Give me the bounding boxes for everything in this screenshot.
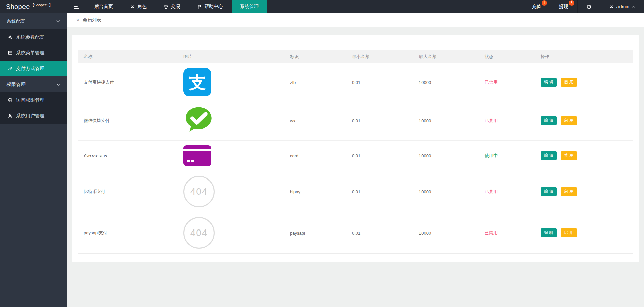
flag-icon [197, 4, 202, 9]
column-header-6: 状态 [479, 54, 535, 60]
shield-icon [8, 98, 13, 103]
payment-name: 支付宝快捷支付 [78, 79, 178, 85]
column-header-3: 标识 [285, 54, 347, 60]
toggle-status-button[interactable]: 启用 [561, 78, 577, 87]
sidebar-item-payment-methods[interactable]: 支付方式管理 [0, 61, 67, 76]
sidebar-item-system-menus[interactable]: 系统菜单管理 [0, 45, 67, 61]
top-nav-item-help-center[interactable]: 帮助中心 [189, 0, 232, 13]
table-body: 支付宝快捷支付 支 zfb 0.01 10000 已禁用 编辑 启用 微信快捷支… [78, 63, 633, 253]
alipay-icon: 支 [183, 68, 211, 96]
payment-code: bipay [285, 189, 347, 194]
payment-actions: 编辑 启用 [535, 116, 633, 125]
payment-max-amount: 10000 [413, 189, 479, 194]
payment-actions: 编辑 启用 [535, 187, 633, 196]
payment-name: 微信快捷支付 [78, 118, 178, 124]
window-icon [8, 50, 13, 55]
withdraw-label: 提现 [559, 4, 568, 10]
person-icon [8, 113, 13, 118]
table-row: 微信快捷支付 wx 0.01 10000 已禁用 编辑 启用 [78, 101, 633, 141]
payment-code: wx [285, 118, 347, 123]
brand-suffix: 【Shopee1】 [31, 3, 53, 8]
edit-button[interactable]: 编辑 [541, 78, 557, 87]
user-icon [609, 4, 614, 9]
toggle-status-button[interactable]: 启用 [561, 116, 577, 125]
sidebar: 系统配置 系统参数配置 系统菜单管理 支付方式管理 权限管理 访问权限管理 系统… [0, 13, 67, 307]
brand-logo[interactable]: Shopee 【Shopee1】 [0, 0, 67, 13]
refresh-button[interactable] [577, 0, 600, 13]
sidebar-item-access-permissions[interactable]: 访问权限管理 [0, 92, 67, 108]
table-row: 支付宝快捷支付 支 zfb 0.01 10000 已禁用 编辑 启用 [78, 63, 633, 101]
breadcrumb: » 会员列表 [67, 13, 644, 27]
gear-icon [8, 35, 13, 40]
payment-code: card [285, 153, 347, 158]
top-nav-item-roles[interactable]: 角色 [121, 0, 155, 13]
person-icon [130, 4, 135, 9]
table-header-row: 名称图片标识最小金额最大金额状态操作 [78, 50, 633, 63]
payment-name: paysapi支付 [78, 230, 178, 236]
payment-status: 已禁用 [479, 118, 535, 124]
breadcrumb-label: 会员列表 [83, 17, 101, 23]
payment-name: บัตรธนาคาร [78, 152, 178, 159]
payment-status: 使用中 [479, 153, 535, 159]
edit-button[interactable]: 编辑 [541, 151, 557, 160]
column-header-5: 最大金额 [413, 54, 479, 60]
payment-max-amount: 10000 [413, 80, 479, 85]
column-header-1: 名称 [78, 54, 178, 60]
sidebar-group-system-config[interactable]: 系统配置 [0, 13, 67, 29]
admin-user-menu[interactable]: admin [600, 0, 644, 13]
payment-image-cell: 支 [178, 68, 285, 96]
recharge-nav-item[interactable]: 充值 1 [523, 0, 550, 13]
top-navigation: 后台首页 角色 交易 帮助中心 系统管理 [86, 0, 267, 13]
payment-code: paysapi [285, 231, 347, 236]
image-placeholder-404: 404 [183, 217, 215, 249]
payment-min-amount: 0.01 [347, 231, 413, 236]
alipay-icon: 支 [183, 68, 285, 96]
payment-image-cell [178, 145, 285, 166]
payment-image-cell: 404 [178, 176, 285, 207]
chevron-down-icon [56, 83, 60, 86]
content-card: 名称图片标识最小金额最大金额状态操作 支付宝快捷支付 支 zfb 0.01 10… [72, 35, 639, 262]
edit-button[interactable]: 编辑 [541, 187, 557, 196]
wechat-icon [183, 106, 285, 136]
breadcrumb-chevrons-icon: » [76, 17, 79, 23]
payment-min-amount: 0.01 [347, 189, 413, 194]
image-placeholder-404: 404 [183, 176, 215, 207]
column-header-4: 最小金额 [347, 54, 413, 60]
payment-status: 已禁用 [479, 79, 535, 85]
svg-text:支: 支 [189, 72, 206, 92]
payment-min-amount: 0.01 [347, 118, 413, 123]
chevron-down-icon [56, 20, 60, 23]
toggle-status-button[interactable]: 启用 [561, 228, 577, 237]
payment-methods-table: 名称图片标识最小金额最大金额状态操作 支付宝快捷支付 支 zfb 0.01 10… [78, 50, 633, 254]
top-nav-item-dashboard[interactable]: 后台首页 [86, 0, 121, 13]
payment-status: 已禁用 [479, 189, 535, 195]
withdraw-nav-item[interactable]: 提现 8 [550, 0, 577, 13]
payment-image-cell: 404 [178, 217, 285, 249]
payment-actions: 编辑 启用 [535, 228, 633, 237]
scales-icon [163, 4, 168, 9]
sidebar-toggle-button[interactable] [67, 0, 86, 13]
toggle-status-button[interactable]: 禁用 [561, 151, 577, 160]
top-nav-item-system-management[interactable]: 系统管理 [232, 0, 267, 13]
top-nav-item-trade[interactable]: 交易 [155, 0, 189, 13]
payment-name: 比特币支付 [78, 189, 178, 195]
hamburger-icon [74, 5, 79, 5]
link-icon [8, 66, 13, 71]
payment-max-amount: 10000 [413, 231, 479, 236]
table-row: 比特币支付 404 bipay 0.01 10000 已禁用 编辑 启用 [78, 171, 633, 212]
payment-max-amount: 10000 [413, 153, 479, 158]
edit-button[interactable]: 编辑 [541, 228, 557, 237]
payment-max-amount: 10000 [413, 118, 479, 123]
payment-min-amount: 0.01 [347, 80, 413, 85]
sidebar-group-permission-management[interactable]: 权限管理 [0, 76, 67, 92]
payment-min-amount: 0.01 [347, 153, 413, 158]
edit-button[interactable]: 编辑 [541, 116, 557, 125]
main-content: » 会员列表 名称图片标识最小金额最大金额状态操作 支付宝快捷支付 支 zfb … [67, 0, 644, 268]
bank-card-icon [183, 145, 211, 166]
toggle-status-button[interactable]: 启用 [561, 187, 577, 196]
withdraw-badge: 8 [569, 0, 574, 6]
sidebar-item-system-users[interactable]: 系统用户管理 [0, 108, 67, 124]
column-header-2: 图片 [178, 54, 285, 60]
sidebar-item-system-params[interactable]: 系统参数配置 [0, 29, 67, 45]
table-row: บัตรธนาคาร card 0.01 10000 使用中 编辑 禁用 [78, 141, 633, 171]
